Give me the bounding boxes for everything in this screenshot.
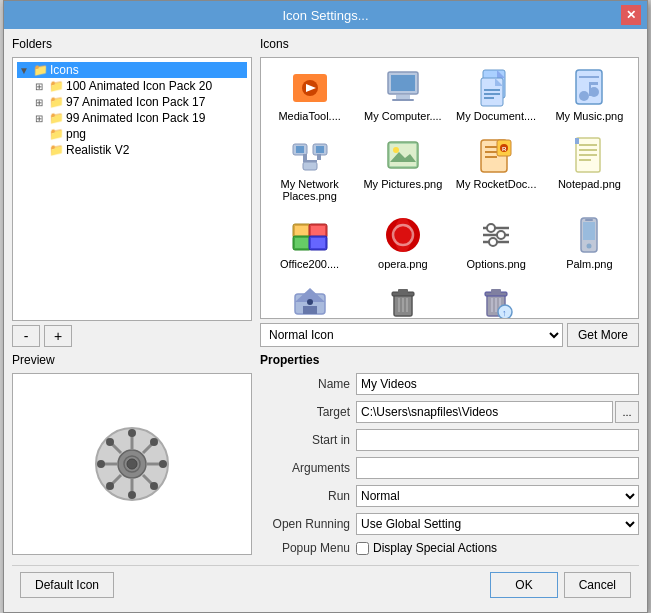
expand-icon: ▼ [19, 65, 31, 76]
svg-rect-12 [481, 78, 503, 106]
svg-text:↑: ↑ [502, 308, 507, 318]
icons-label: Icons [260, 37, 639, 51]
icon-item-mydocument[interactable]: My Document.... [452, 62, 541, 126]
tree-item-realistik[interactable]: 📁 Realistik V2 [33, 142, 247, 158]
icon-image [475, 214, 517, 256]
icon-item-palm[interactable]: Palm.png [545, 210, 634, 274]
icon-item-trash2[interactable]: ↑ [452, 278, 541, 319]
icon-item-mediatool[interactable]: MediaTool.... [265, 62, 354, 126]
properties-label: Properties [260, 353, 639, 367]
svg-rect-50 [295, 226, 309, 236]
svg-rect-56 [311, 238, 325, 248]
tree-children: ⊞ 📁 100 Animated Icon Pack 20 ⊞ 📁 97 Ani… [33, 78, 247, 158]
icon-image [289, 282, 331, 319]
svg-rect-82 [491, 289, 501, 293]
popup-row: Popup Menu Display Special Actions [260, 541, 639, 555]
popup-checkbox[interactable] [356, 542, 369, 555]
ok-button[interactable]: OK [490, 572, 557, 598]
startin-input[interactable] [356, 429, 639, 451]
dialog-body: Folders ▼ 📁 Icons ⊞ 📁 100 Animated Icon … [4, 29, 647, 612]
run-label: Run [260, 489, 350, 503]
folder-icon: 📁 [49, 127, 64, 141]
run-select[interactable]: Normal Minimized Maximized [356, 485, 639, 507]
cancel-button[interactable]: Cancel [564, 572, 631, 598]
svg-point-101 [97, 460, 105, 468]
arguments-label: Arguments [260, 461, 350, 475]
icon-image: R [475, 134, 517, 176]
folders-tree[interactable]: ▼ 📁 Icons ⊞ 📁 100 Animated Icon Pack 20 … [12, 57, 252, 321]
icon-item-mypictures[interactable]: My Pictures.png [358, 130, 447, 206]
properties-panel: Properties Name Target ... Start in [260, 353, 639, 555]
name-label: Name [260, 377, 350, 391]
svg-point-22 [589, 87, 599, 97]
svg-rect-32 [390, 144, 416, 166]
icon-item-notepad[interactable]: Notepad.png [545, 130, 634, 206]
icon-item-office[interactable]: Office200.... [265, 210, 354, 274]
tree-item-icons[interactable]: ▼ 📁 Icons [17, 62, 247, 78]
name-input[interactable] [356, 373, 639, 395]
folders-panel: Folders ▼ 📁 Icons ⊞ 📁 100 Animated Icon … [12, 37, 252, 347]
svg-point-99 [128, 429, 136, 437]
svg-rect-15 [484, 93, 500, 95]
icon-image [289, 214, 331, 256]
svg-rect-39 [485, 156, 497, 158]
folder-icon: 📁 [49, 143, 64, 157]
target-input[interactable] [356, 401, 613, 423]
svg-rect-69 [585, 219, 593, 221]
svg-point-106 [106, 482, 114, 490]
tree-item-label: 99 Animated Icon Pack 19 [66, 111, 205, 125]
icon-item-options[interactable]: Options.png [452, 210, 541, 274]
icon-item-rocketdoc[interactable]: R My RocketDoc... [452, 130, 541, 206]
icon-item-mycomputer[interactable]: My Computer.... [358, 62, 447, 126]
icon-name: Notepad.png [558, 178, 621, 190]
folder-icon: 📁 [49, 95, 64, 109]
preview-label: Preview [12, 353, 252, 367]
target-label: Target [260, 405, 350, 419]
get-more-button[interactable]: Get More [567, 323, 639, 347]
arguments-input[interactable] [356, 457, 639, 479]
openrunning-select[interactable]: Use Global Setting Yes No [356, 513, 639, 535]
svg-point-103 [106, 438, 114, 446]
remove-folder-button[interactable]: - [12, 325, 40, 347]
icon-image [475, 66, 517, 108]
icon-item-misc1[interactable] [265, 278, 354, 319]
icon-item-network[interactable]: My Network Places.png [265, 130, 354, 206]
svg-rect-46 [579, 154, 597, 156]
svg-point-100 [128, 491, 136, 499]
tree-item-png[interactable]: 📁 png [33, 126, 247, 142]
icon-image [382, 214, 424, 256]
tree-item-label: png [66, 127, 86, 141]
svg-point-68 [587, 244, 592, 249]
tree-item-pack1[interactable]: ⊞ 📁 100 Animated Icon Pack 20 [33, 78, 247, 94]
icon-type-select[interactable]: Normal Icon Large Icon Small Icon [260, 323, 563, 347]
preview-icon [92, 424, 172, 504]
close-button[interactable]: ✕ [621, 5, 641, 25]
icon-image: ↑ [475, 282, 517, 319]
svg-rect-25 [303, 154, 307, 160]
browse-button[interactable]: ... [615, 401, 639, 423]
expand-icon: ⊞ [35, 97, 47, 108]
folder-icon: 📁 [49, 79, 64, 93]
icon-item-trash1[interactable] [358, 278, 447, 319]
icon-name: My Document.... [456, 110, 536, 122]
default-icon-button[interactable]: Default Icon [20, 572, 114, 598]
openrunning-row: Open Running Use Global Setting Yes No [260, 513, 639, 535]
icon-item-mymusic[interactable]: My Music.png [545, 62, 634, 126]
svg-rect-5 [396, 95, 410, 99]
svg-point-73 [307, 299, 313, 305]
svg-rect-48 [575, 138, 579, 144]
target-input-group: ... [356, 401, 639, 423]
add-folder-button[interactable]: + [44, 325, 72, 347]
icon-image [382, 282, 424, 319]
icons-grid-box[interactable]: MediaTool.... My Co [260, 57, 639, 319]
icon-image [289, 66, 331, 108]
name-row: Name [260, 373, 639, 395]
folder-icon: 📁 [49, 111, 64, 125]
svg-rect-16 [484, 97, 494, 99]
tree-item-pack3[interactable]: ⊞ 📁 99 Animated Icon Pack 19 [33, 110, 247, 126]
icon-item-opera[interactable]: opera.png [358, 210, 447, 274]
svg-rect-44 [579, 144, 597, 146]
startin-label: Start in [260, 433, 350, 447]
tree-item-pack2[interactable]: ⊞ 📁 97 Animated Icon Pack 17 [33, 94, 247, 110]
tree-item-label: Icons [50, 63, 79, 77]
